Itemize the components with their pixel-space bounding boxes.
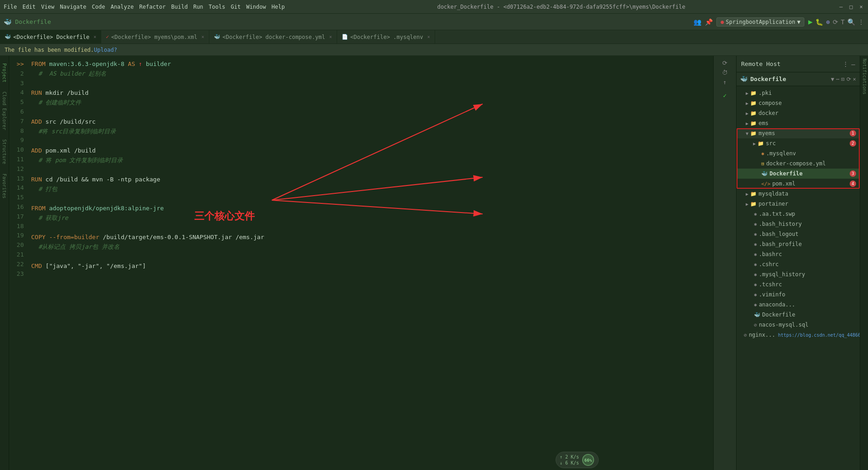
file-star-icon3: ✱	[754, 221, 757, 227]
tree-item-tcshrc[interactable]: ✱ .tcshrc	[737, 279, 860, 290]
sidebar-cloud-explorer[interactable]: Cloud Explorer	[1, 88, 8, 134]
tree-item-compose[interactable]: ▶ 📁 compose	[737, 98, 860, 108]
tab-pom[interactable]: ✓ <Dockerfile> myems\pom.xml ×	[101, 30, 209, 44]
remote-minimize-icon[interactable]: –	[852, 60, 855, 68]
tree-item-nginx[interactable]: ⊘ nginx... https://blog.csdn.net/qq_4486…	[737, 330, 860, 340]
file-tree-refresh-icon[interactable]: ⟳	[846, 76, 851, 82]
tab-dockerfile-close[interactable]: ×	[93, 34, 96, 39]
upload-link[interactable]: Upload?	[94, 47, 117, 53]
tree-item-mysql-history[interactable]: ✱ .mysql_history	[737, 269, 860, 279]
svg-text:66%: 66%	[584, 458, 592, 463]
item-label-bash-logout: .bash_logout	[759, 231, 856, 237]
tree-item-mysqldata[interactable]: ▶ 📁 mysqldata	[737, 189, 860, 199]
more-actions-icon[interactable]: ⋮	[858, 18, 864, 26]
file-tree-expand-icon[interactable]: ⊡	[841, 76, 845, 82]
item-label-bashrc: .bashrc	[759, 251, 856, 257]
run-config-dropdown[interactable]: ▼	[797, 19, 800, 25]
menu-refactor[interactable]: Refactor	[139, 4, 166, 10]
menu-bar[interactable]: File Edit View Navigate Code Analyze Ref…	[4, 4, 285, 10]
upload-icon[interactable]: ↑	[723, 79, 727, 86]
run-configuration[interactable]: ● SpringbootApplication ▼	[716, 17, 804, 27]
file-tree-actions[interactable]: ▼ ⋯ ⊡ ⟳ ×	[831, 76, 856, 82]
tree-item-bash-logout[interactable]: ✱ .bash_logout	[737, 229, 860, 239]
menu-run[interactable]: Run	[193, 4, 203, 10]
ln20: 20	[11, 240, 24, 250]
coverage-button[interactable]: ⊕	[826, 18, 830, 26]
tree-item-viminfo[interactable]: ✱ .viminfo	[737, 290, 860, 300]
profile-button[interactable]: ⟳	[833, 18, 838, 26]
file-tree-close-icon[interactable]: ×	[853, 76, 856, 82]
tree-item-bashrc[interactable]: ✱ .bashrc	[737, 249, 860, 259]
tree-item-bash-profile[interactable]: ✱ .bash_profile	[737, 239, 860, 249]
editor-tabs: 🐳 <Dockerfile> Dockerfile × ✓ <Dockerfil…	[0, 30, 868, 44]
menu-analyze[interactable]: Analyze	[110, 4, 134, 10]
tab-compose-close[interactable]: ×	[329, 34, 332, 39]
close-button[interactable]: ×	[858, 4, 864, 10]
tree-item-mysqlenv[interactable]: ✱ .mysqlenv	[737, 148, 860, 158]
tree-item-myems[interactable]: ▼ 📁 myems 1	[737, 128, 860, 138]
maximize-button[interactable]: □	[848, 4, 854, 10]
nginx-link: https://blog.csdn.net/qq_44866828	[778, 333, 860, 338]
remote-more-icon[interactable]: ⋮	[842, 60, 849, 68]
menu-navigate[interactable]: Navigate	[60, 4, 87, 10]
menu-window[interactable]: Window	[246, 4, 266, 10]
tree-item-docker[interactable]: ▶ 📁 docker	[737, 108, 860, 118]
file-tree-header: 🐳 Dockerfile ▼ ⋯ ⊡ ⟳ ×	[737, 72, 860, 86]
menu-git[interactable]: Git	[231, 4, 241, 10]
tree-item-src[interactable]: ▶ 📁 src 2	[737, 138, 860, 148]
dockerfile-icon: 🐳	[761, 171, 768, 177]
tree-item-pki[interactable]: ▶ 📁 .pki	[737, 88, 860, 98]
search-icon[interactable]: 🔍	[847, 18, 855, 26]
toolbar: 🐳 Dockerfile 👥 📌 ● SpringbootApplication…	[0, 14, 868, 30]
tab-compose[interactable]: 🐳 <Dockerfile> docker-compose.yml ×	[209, 30, 337, 44]
minimize-button[interactable]: –	[838, 4, 844, 10]
tree-item-cshrc[interactable]: ✱ .cshrc	[737, 259, 860, 269]
tree-item-bash-history[interactable]: ✱ .bash_history	[737, 219, 860, 229]
sidebar-notification[interactable]: Notifications	[860, 56, 868, 97]
main-content: Project Cloud Explorer Structure Favorit…	[0, 56, 868, 470]
tree-item-aa-txt-swp[interactable]: ✱ .aa.txt.swp	[737, 209, 860, 219]
code-area[interactable]: FROM maven:3.6.3-openjdk-8 AS ↑ builder …	[26, 56, 736, 470]
sync-icon[interactable]: ⟳	[722, 60, 727, 66]
tab-mysqlenv[interactable]: 📄 <Dockerfile> .mysqlenv ×	[337, 30, 435, 44]
item-label-nginx: nginx...	[749, 332, 775, 338]
menu-edit[interactable]: Edit	[22, 4, 36, 10]
checkmark-icon[interactable]: ✓	[723, 92, 727, 99]
tab-pom-close[interactable]: ×	[202, 34, 204, 39]
line-numbers: >> 2 3 4 5 6 7 8 9 10 11 12 13 14 15 16 …	[9, 56, 26, 470]
tree-item-anaconda[interactable]: ✱ anaconda...	[737, 300, 860, 310]
file-tree-dropdown-icon[interactable]: ▼	[831, 76, 834, 82]
menu-view[interactable]: View	[41, 4, 55, 10]
history-icon[interactable]: ⏱	[722, 69, 728, 76]
code-line-21	[31, 252, 731, 262]
menu-tools[interactable]: Tools	[209, 4, 225, 10]
window-controls[interactable]: – □ ×	[838, 4, 864, 10]
ln9: 9	[11, 136, 24, 145]
tree-item-docker-compose[interactable]: ⊞ docker-compose.yml	[737, 158, 860, 169]
editor-gutter-actions: ⟳ ⏱ ↑ ✓	[713, 56, 736, 470]
item-label-ems: ems	[759, 120, 856, 126]
sidebar-structure[interactable]: Structure	[1, 136, 8, 168]
ln7: 7	[11, 117, 24, 126]
file-tree-more-icon[interactable]: ⋯	[836, 76, 839, 82]
remote-host-actions[interactable]: ⋮ –	[842, 60, 855, 68]
menu-file[interactable]: File	[4, 4, 17, 10]
tree-item-portainer[interactable]: ▶ 📁 portainer	[737, 199, 860, 209]
item-label-myems: myems	[759, 130, 846, 137]
menu-build[interactable]: Build	[171, 4, 188, 10]
debug-button[interactable]: 🐛	[815, 18, 823, 26]
tree-item-nacos-mysql[interactable]: ⊘ nacos-mysql.sql	[737, 320, 860, 330]
tab-dockerfile[interactable]: 🐳 <Dockerfile> Dockerfile ×	[0, 30, 101, 44]
file-tree-container: ▶ 📁 .pki ▶ 📁 compose ▶ 📁 docker	[737, 86, 860, 342]
ln8: 8	[11, 126, 24, 136]
tree-item-dockerfile-main[interactable]: 🐳 Dockerfile 3	[737, 169, 860, 179]
tree-item-dockerfile-root[interactable]: 🐳 Dockerfile	[737, 310, 860, 320]
sidebar-favorites[interactable]: Favorites	[1, 170, 8, 202]
tab-mysqlenv-close[interactable]: ×	[427, 34, 430, 39]
tree-item-pom[interactable]: </> pom.xml 4	[737, 179, 860, 189]
menu-help[interactable]: Help	[272, 4, 285, 10]
tree-item-ems[interactable]: ▶ 📁 ems	[737, 118, 860, 128]
sidebar-project[interactable]: Project	[1, 60, 8, 86]
run-button[interactable]: ▶	[808, 17, 813, 26]
menu-code[interactable]: Code	[92, 4, 105, 10]
